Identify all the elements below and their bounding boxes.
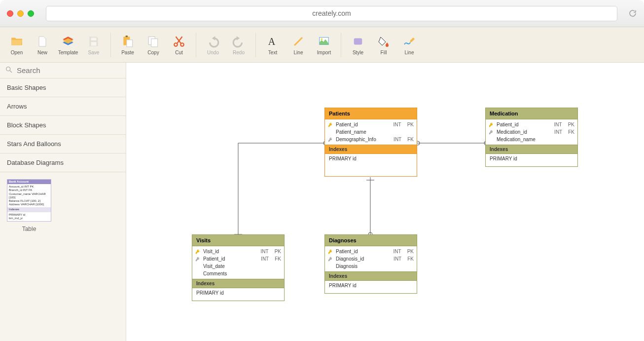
index-row: PRIMARY id xyxy=(486,154,577,166)
undo-icon xyxy=(206,35,220,48)
toolbar-separator xyxy=(110,33,111,57)
index-row: PRIMARY id xyxy=(325,281,417,293)
file-icon xyxy=(35,35,50,48)
browser-chrome: creately.com xyxy=(0,0,644,27)
close-window-button[interactable] xyxy=(7,10,13,17)
reload-icon[interactable] xyxy=(628,9,637,18)
entity-title: Patients xyxy=(325,108,417,119)
table-shape-thumb[interactable]: Bank Account Account_id INT PK Branch_id… xyxy=(7,179,51,232)
svg-text:A: A xyxy=(268,36,276,47)
toolbar-separator xyxy=(341,33,341,57)
template-button[interactable]: Template xyxy=(55,30,81,60)
entity-title: Visits xyxy=(192,235,284,246)
sidebar: Basic Shapes Arrows Block Shapes Stars A… xyxy=(0,63,126,341)
url-text: creately.com xyxy=(312,9,351,17)
minimize-window-button[interactable] xyxy=(17,10,24,17)
undo-button[interactable]: Undo xyxy=(200,30,226,60)
panel-arrows[interactable]: Arrows xyxy=(0,97,126,116)
index-row: PRIMARY id xyxy=(325,154,417,166)
save-icon xyxy=(86,35,101,48)
window-controls xyxy=(7,10,34,17)
canvas[interactable]: Patients Patient_id INT PK Patient_name … xyxy=(126,63,644,341)
thumb-title: Bank Account xyxy=(7,180,51,184)
copy-button[interactable]: Copy xyxy=(141,30,166,60)
url-bar[interactable]: creately.com xyxy=(46,6,617,21)
svg-rect-13 xyxy=(354,38,362,44)
toolbar-separator xyxy=(255,33,256,57)
text-tool-button[interactable]: A Text xyxy=(260,30,286,60)
entity-row: Patient_id INT PK xyxy=(325,121,417,128)
entity-row: Comments xyxy=(192,270,284,277)
open-button[interactable]: Open xyxy=(4,30,30,60)
maximize-window-button[interactable] xyxy=(28,10,34,17)
fill-button[interactable]: Fill xyxy=(371,30,396,60)
copy-icon xyxy=(146,35,161,48)
import-button[interactable]: Import xyxy=(311,30,337,60)
svg-rect-0 xyxy=(91,38,97,40)
new-button[interactable]: New xyxy=(30,30,55,60)
entity-title: Medication xyxy=(486,108,577,119)
entity-row: Patient_id INT PK xyxy=(325,248,417,255)
entity-row: Diagnosis xyxy=(325,263,417,270)
style-icon xyxy=(351,35,365,48)
entity-row: Medication_id INT FK xyxy=(486,128,577,136)
search-row xyxy=(0,63,126,78)
entity-visits[interactable]: Visits Visit_id INT PK Patient_id INT FK… xyxy=(192,234,285,301)
folder-open-icon xyxy=(9,35,24,48)
key-icon xyxy=(328,249,333,254)
indexes-header: Indexes xyxy=(486,145,577,154)
toolbar-separator xyxy=(196,33,196,57)
cut-icon xyxy=(172,35,186,48)
entity-row: Patient_id INT FK xyxy=(192,255,284,263)
indexes-header: Indexes xyxy=(192,279,284,288)
style-button[interactable]: Style xyxy=(345,30,371,60)
key-icon xyxy=(489,130,494,135)
thumb-label: Table xyxy=(7,226,51,232)
entity-row: Patient_id INT PK xyxy=(486,121,577,128)
line-tool-button[interactable]: Line xyxy=(286,30,311,60)
shape-preview-area: Bank Account Account_id INT PK Branch_id… xyxy=(0,172,126,239)
entity-row: Demographic_Info INT FK xyxy=(325,136,417,143)
main-area: Basic Shapes Arrows Block Shapes Stars A… xyxy=(0,63,644,341)
search-input[interactable] xyxy=(17,66,121,75)
text-icon: A xyxy=(265,35,280,48)
svg-rect-6 xyxy=(151,38,158,46)
line-icon xyxy=(291,35,306,48)
cut-button[interactable]: Cut xyxy=(166,30,192,60)
line-style-button[interactable]: Line xyxy=(396,30,422,60)
svg-rect-4 xyxy=(127,39,133,46)
paste-button[interactable]: Paste xyxy=(115,30,141,60)
paste-icon xyxy=(120,35,135,48)
key-icon xyxy=(328,257,333,262)
entity-medication[interactable]: Medication Patient_id INT PK Medication_… xyxy=(485,108,578,167)
save-button[interactable]: Save xyxy=(81,30,107,60)
entity-row: Visit_id INT PK xyxy=(192,248,284,255)
search-icon xyxy=(5,66,13,75)
entity-title: Diagnoses xyxy=(325,235,417,246)
indexes-header: Indexes xyxy=(325,271,417,281)
svg-line-10 xyxy=(294,38,302,45)
key-icon xyxy=(328,122,333,127)
svg-rect-3 xyxy=(126,36,128,37)
toolbar: Open New Template Save Paste Copy Cut xyxy=(0,27,644,63)
index-row: PRIMARY id xyxy=(192,288,284,301)
key-icon xyxy=(195,257,200,262)
import-icon xyxy=(317,35,331,48)
fill-icon xyxy=(376,35,391,48)
entity-row: Diagnosis_id INT FK xyxy=(325,255,417,263)
panel-stars-balloons[interactable]: Stars And Balloons xyxy=(0,135,126,153)
svg-rect-1 xyxy=(91,42,97,46)
template-icon xyxy=(61,35,75,48)
indexes-header: Indexes xyxy=(325,145,417,154)
svg-line-15 xyxy=(10,71,12,73)
panel-block-shapes[interactable]: Block Shapes xyxy=(0,116,126,135)
redo-icon xyxy=(231,35,246,48)
entity-diagnoses[interactable]: Diagnoses Patient_id INT PK Diagnosis_id… xyxy=(324,234,417,294)
redo-button[interactable]: Redo xyxy=(226,30,251,60)
entity-row: Medication_name xyxy=(486,136,577,143)
key-icon xyxy=(489,122,494,127)
panel-database-diagrams[interactable]: Database Diagrams xyxy=(0,153,126,172)
svg-point-14 xyxy=(6,67,10,71)
panel-basic-shapes[interactable]: Basic Shapes xyxy=(0,78,126,97)
entity-patients[interactable]: Patients Patient_id INT PK Patient_name … xyxy=(324,108,417,177)
